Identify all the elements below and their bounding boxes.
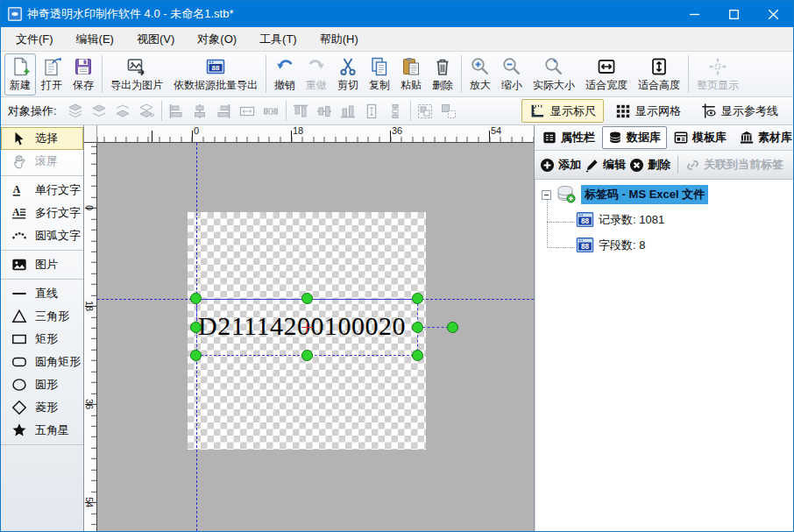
properties-icon bbox=[542, 131, 557, 145]
fit-height-button[interactable]: 适合高度 bbox=[633, 53, 685, 96]
add-datasource-button[interactable]: 添加 bbox=[540, 157, 581, 173]
tool-rounded-rectangle[interactable]: 圆角矩形 bbox=[1, 351, 83, 373]
open-button[interactable]: 打开 bbox=[36, 53, 67, 96]
new-button[interactable]: 新建 bbox=[4, 53, 36, 96]
group-icon bbox=[414, 101, 437, 122]
tab-template[interactable]: 模板库 bbox=[668, 126, 733, 149]
handle-bottom-right[interactable] bbox=[412, 350, 423, 361]
copy-icon bbox=[369, 56, 390, 77]
redo-button: 重做 bbox=[301, 53, 332, 96]
copy-button[interactable]: 复制 bbox=[364, 53, 395, 96]
svg-text:A: A bbox=[12, 207, 20, 218]
close-button[interactable] bbox=[754, 1, 793, 27]
horizontal-ruler: 0 18 36 54 bbox=[97, 125, 534, 143]
align-center-horizontal-icon bbox=[188, 101, 212, 122]
vertical-ruler: 0 18 36 54 bbox=[84, 143, 97, 531]
tool-circle[interactable]: 圆形 bbox=[1, 373, 83, 396]
maximize-button[interactable] bbox=[714, 1, 754, 27]
show-grid-toggle[interactable]: 显示网格 bbox=[607, 100, 689, 123]
app-icon bbox=[8, 7, 22, 21]
tool-select[interactable]: 选择 bbox=[1, 127, 83, 150]
menu-object[interactable]: 对象(O) bbox=[186, 27, 248, 52]
tool-triangle[interactable]: 三角形 bbox=[1, 305, 83, 328]
whole-page-button: 整页显示 bbox=[691, 53, 744, 96]
tab-properties[interactable]: 属性栏 bbox=[536, 126, 601, 149]
handle-bottom-left[interactable] bbox=[190, 350, 202, 361]
design-canvas[interactable]: D21114200100020 bbox=[97, 143, 534, 531]
divider bbox=[1, 250, 83, 251]
canvas-text-object[interactable]: D21114200100020 bbox=[198, 311, 406, 341]
fields-count: 字段数: 8 bbox=[599, 238, 645, 253]
handle-middle-left[interactable] bbox=[190, 322, 202, 333]
menu-view[interactable]: 视图(V) bbox=[125, 27, 186, 52]
divider bbox=[1, 444, 83, 445]
tab-database[interactable]: 数据库 bbox=[602, 126, 667, 149]
link-icon bbox=[685, 158, 700, 173]
align-left-icon bbox=[165, 101, 188, 122]
show-guides-label: 显示参考线 bbox=[721, 103, 778, 119]
cut-button[interactable]: 剪切 bbox=[332, 53, 364, 96]
actual-size-button[interactable]: 实际大小 bbox=[528, 53, 580, 96]
tab-material[interactable]: 素材库 bbox=[734, 126, 794, 149]
tool-star[interactable]: 五角星 bbox=[1, 419, 83, 442]
handle-top-right[interactable] bbox=[412, 293, 423, 304]
minimize-button[interactable] bbox=[675, 1, 714, 27]
toolbar-separator bbox=[102, 55, 103, 93]
multi-text-icon: A bbox=[10, 205, 29, 221]
edit-datasource-button[interactable]: 编辑 bbox=[585, 157, 626, 173]
batch-export-button[interactable]: 88 依数据源批量导出 bbox=[168, 53, 263, 96]
handle-top-center[interactable] bbox=[301, 293, 313, 304]
rotation-handle[interactable] bbox=[447, 322, 458, 333]
zoom-in-button[interactable]: 放大 bbox=[464, 53, 496, 96]
tool-pan: 滚屏 bbox=[1, 150, 83, 173]
tool-line[interactable]: 直线 bbox=[1, 282, 83, 305]
svg-text:88: 88 bbox=[581, 243, 590, 251]
ruler-corner bbox=[84, 125, 97, 143]
image-icon bbox=[10, 257, 29, 273]
datasource-db-icon bbox=[556, 185, 577, 204]
show-guides-toggle[interactable]: 显示参考线 bbox=[692, 99, 786, 123]
tree-root-row[interactable]: 标签码 - MS Excel 文件 bbox=[542, 185, 708, 204]
tool-arc-text[interactable]: 圆弧文字 bbox=[1, 224, 83, 247]
undo-button[interactable]: 撤销 bbox=[269, 53, 301, 96]
whole-page-icon bbox=[707, 56, 728, 77]
minimize-icon bbox=[690, 10, 699, 19]
zoom-in-icon bbox=[470, 56, 491, 77]
show-grid-label: 显示网格 bbox=[635, 103, 681, 119]
paste-button[interactable]: 粘贴 bbox=[395, 53, 427, 96]
delete-button[interactable]: 删除 bbox=[427, 53, 458, 96]
link-to-label-button: 关联到当前标签 bbox=[685, 157, 783, 173]
tool-diamond[interactable]: 菱形 bbox=[1, 396, 83, 419]
tool-multi-line-text[interactable]: A 多行文字 bbox=[1, 202, 83, 224]
delete-datasource-button[interactable]: 删除 bbox=[629, 157, 670, 173]
tool-image[interactable]: 图片 bbox=[1, 253, 83, 276]
fit-width-button[interactable]: 适合宽度 bbox=[580, 53, 633, 96]
tree-line bbox=[547, 199, 548, 248]
tool-single-line-text[interactable]: A 单行文字 bbox=[1, 179, 83, 202]
tool-rectangle[interactable]: 矩形 bbox=[1, 328, 83, 351]
hand-icon bbox=[10, 153, 29, 169]
same-height-icon bbox=[360, 101, 384, 122]
open-file-icon bbox=[41, 56, 62, 77]
bring-to-front-icon bbox=[64, 101, 88, 122]
menu-edit[interactable]: 编辑(E) bbox=[65, 27, 125, 52]
menu-file[interactable]: 文件(F) bbox=[4, 27, 65, 52]
show-ruler-toggle[interactable]: 显示标尺 bbox=[521, 99, 604, 123]
zoom-out-icon bbox=[501, 56, 522, 77]
trash-icon bbox=[432, 56, 453, 77]
database-icon bbox=[608, 131, 622, 145]
save-button[interactable]: 保存 bbox=[67, 53, 99, 96]
datasource-name[interactable]: 标签码 - MS Excel 文件 bbox=[581, 185, 708, 204]
tree-records-row[interactable]: 88 记录数: 1081 bbox=[576, 211, 664, 228]
handle-middle-right[interactable] bbox=[412, 322, 423, 333]
handle-bottom-center[interactable] bbox=[301, 350, 313, 361]
menu-help[interactable]: 帮助(H) bbox=[308, 27, 370, 52]
menu-tools[interactable]: 工具(T) bbox=[248, 27, 308, 52]
toolbar-separator bbox=[410, 101, 411, 121]
collapse-icon[interactable] bbox=[542, 190, 551, 200]
tree-fields-row[interactable]: 88 字段数: 8 bbox=[576, 237, 645, 253]
export-image-button[interactable]: 导出为图片 bbox=[105, 53, 168, 96]
send-to-back-icon bbox=[135, 101, 159, 122]
handle-top-left[interactable] bbox=[190, 293, 202, 304]
zoom-out-button[interactable]: 缩小 bbox=[496, 53, 528, 96]
